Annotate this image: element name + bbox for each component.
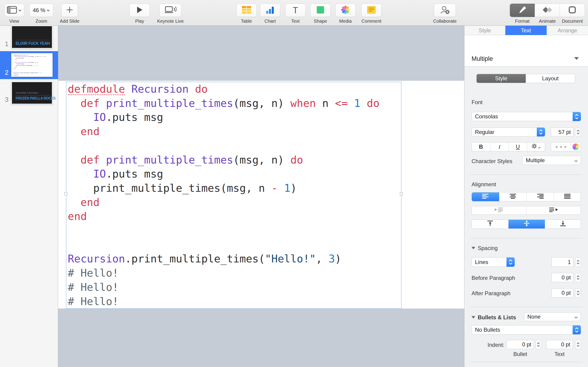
indent-buttons [472,206,581,215]
spacing-unit-dropdown[interactable]: Lines [472,257,515,267]
character-styles-value: Multiple [523,157,574,164]
valign-middle-button[interactable] [508,220,545,228]
gear-icon [531,143,537,150]
indent-icon [549,207,558,214]
divider [16,95,50,95]
style-layout-switch: Style Layout [476,74,575,83]
chart-button[interactable]: Chart [260,4,280,24]
document-icon [569,6,576,15]
slide-thumbnail-1[interactable]: ELIXIR FUCK YEAH [11,25,52,49]
play-icon [137,6,143,15]
bullets-preset-dropdown[interactable]: None [524,312,581,321]
media-button[interactable]: Media [335,4,355,24]
line-spacing-field[interactable]: 1 [552,257,573,267]
bullets-disclosure-icon[interactable] [472,316,475,319]
disclosure-triangle-icon[interactable] [574,57,579,60]
slide-number-1: 1 [4,40,9,48]
bullet-style-dropdown[interactable]: No Bullets [472,325,581,334]
align-justify-button[interactable] [554,192,581,201]
text-icon: T [293,6,298,15]
document-button[interactable] [560,4,585,17]
font-face-value: Regular [472,129,545,135]
tab-style[interactable]: Style [464,26,505,35]
chart-label: Chart [265,19,276,24]
keynote-live-label: Keynote Live [157,19,184,24]
slide-thumbnail-2[interactable]: defmodule Recursion do def print_multipl… [11,53,52,77]
code-textbox[interactable]: defmodule Recursion do def print_multipl… [66,82,401,309]
align-right-icon [537,194,544,200]
shape-button[interactable]: Shape [310,4,330,24]
dropdown-stepper-icon [506,257,515,267]
resize-handle-right[interactable] [400,192,403,195]
table-label: Table [241,19,252,24]
shape-label: Shape [314,19,327,24]
table-button[interactable]: Table [236,4,257,24]
font-family-dropdown[interactable]: Consolas [472,112,581,121]
italic-button[interactable]: I [490,142,509,151]
slide-canvas[interactable]: defmodule Recursion do def print_multipl… [58,26,464,367]
chart-icon [266,6,275,15]
slide-thumbnail-3[interactable]: YOU KNOW IT @JACEGU FROZEN PAELLA ROCKS [11,81,52,104]
zoom-button[interactable]: 46 % Zoom [29,4,53,24]
text-button[interactable]: T Text [285,4,305,24]
after-paragraph-stepper[interactable] [575,288,581,298]
before-paragraph-stepper[interactable] [575,273,581,282]
animate-label: Animate [535,19,560,24]
color-wheel-icon [572,143,579,150]
more-dots-icon[interactable] [551,142,571,151]
before-paragraph-field[interactable]: 0 pt [552,273,573,282]
plus-icon [66,6,73,15]
after-paragraph-field[interactable]: 0 pt [552,288,573,298]
character-styles-label: Character Styles [472,158,512,165]
format-label: Format [510,19,535,24]
font-size-field[interactable]: 57 pt [551,127,573,136]
subtab-layout[interactable]: Layout [526,74,575,83]
align-left-button[interactable] [472,192,499,201]
resize-handle-left[interactable] [64,192,67,195]
divider [470,174,582,175]
dropdown-stepper-icon [573,112,581,121]
character-styles-dropdown[interactable]: Multiple [522,156,581,165]
valign-bottom-button[interactable] [545,220,581,228]
font-size-stepper[interactable] [575,127,581,136]
spacing-section-header: Spacing [478,245,498,251]
comment-button[interactable]: Comment [361,4,381,24]
add-slide-label: Add Slide [60,19,79,24]
text-indent-field[interactable]: 0 pt [546,340,573,349]
align-center-button[interactable] [499,192,527,201]
divider [470,307,582,307]
valign-top-button[interactable] [472,220,508,228]
bold-button[interactable]: B [472,142,490,151]
outdent-button[interactable] [472,206,526,215]
add-slide-button[interactable]: Add Slide [60,4,79,24]
slide-number-3: 3 [4,96,9,103]
align-left-icon [482,194,489,200]
shape-icon [316,6,325,15]
chevron-down-icon [538,144,541,150]
zoom-value: 46 % [33,7,45,14]
outdent-icon [495,207,503,214]
underline-button[interactable]: U [509,142,527,151]
indent-button[interactable] [526,206,581,215]
keynote-live-button[interactable]: Keynote Live [157,4,184,24]
view-button[interactable]: View [4,4,24,24]
line-spacing-stepper[interactable] [575,257,581,267]
play-button[interactable]: Play [130,4,150,24]
advanced-options-button[interactable] [527,142,545,151]
text-indent-stepper[interactable] [575,340,581,349]
spacing-disclosure-icon[interactable] [472,247,475,249]
font-face-dropdown[interactable]: Regular [472,127,545,136]
format-button[interactable] [510,4,535,17]
bullet-indent-field[interactable]: 0 pt [507,340,534,349]
animate-button[interactable] [535,4,560,17]
tab-arrange[interactable]: Arrange [547,26,588,35]
font-style-buttons: B I U [472,142,545,151]
subtab-style[interactable]: Style [477,74,526,83]
text-color-well[interactable] [571,142,581,151]
align-right-button[interactable] [527,192,554,201]
chevron-down-icon [574,314,578,320]
collaborate-button[interactable]: Collaborate [433,4,457,24]
bullet-indent-stepper[interactable] [536,340,541,349]
tab-text[interactable]: Text [505,26,547,35]
slide-2-preview: defmodule Recursion do def print_multipl… [12,54,52,76]
